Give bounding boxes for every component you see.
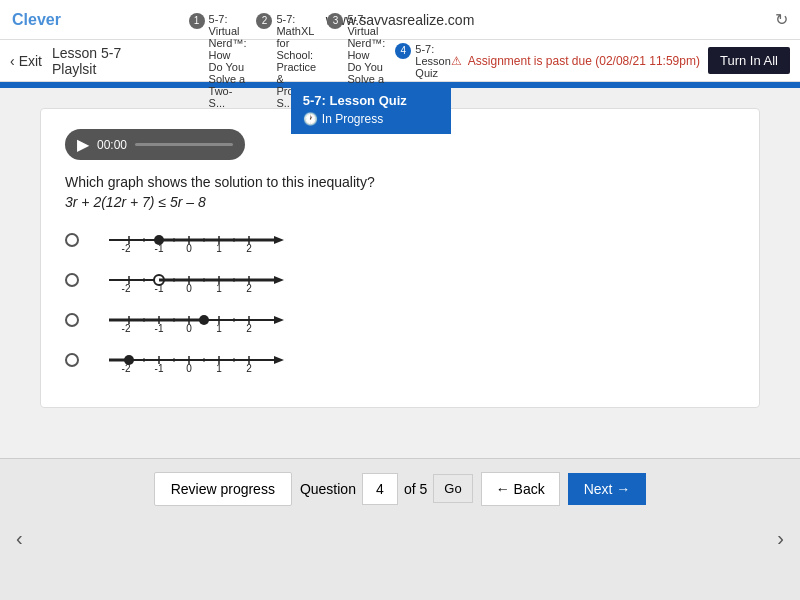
equation-text: 3r + 2(12r + 7) ≤ 5r – 8 <box>65 194 735 210</box>
svg-text:-1: -1 <box>155 323 164 334</box>
option-c-radio[interactable] <box>65 313 79 327</box>
nav-bar: ‹ Exit Lesson 5-7 Playlsit 1 5-7: Virtua… <box>0 40 800 82</box>
assignment-alert: ⚠ Assignment is past due (02/08/21 11:59… <box>451 54 700 68</box>
question-nav: Question of 5 Go <box>300 473 473 505</box>
question-total: of 5 <box>404 481 427 497</box>
svg-text:-1: -1 <box>155 243 164 254</box>
next-button[interactable]: Next → <box>568 473 647 505</box>
svg-marker-19 <box>274 276 284 284</box>
go-button[interactable]: Go <box>433 474 472 503</box>
svg-text:1: 1 <box>216 323 222 334</box>
main-content: ▶ 00:00 Which graph shows the solution t… <box>0 88 800 458</box>
playlist-title: Lesson 5-7 Playlsit <box>52 45 169 77</box>
svg-text:2: 2 <box>246 363 252 374</box>
svg-text:-2: -2 <box>122 323 131 334</box>
svg-text:1: 1 <box>216 283 222 294</box>
nav-item-3-num: 3 <box>327 13 343 29</box>
clock-icon: 🕐 <box>303 112 318 126</box>
nav-item-4-text: 5-7: Lesson Quiz <box>415 43 450 79</box>
time-display: 00:00 <box>97 138 127 152</box>
page-right-chevron[interactable]: › <box>777 527 784 550</box>
option-c-row[interactable]: -2 -1 0 1 2 <box>65 306 735 334</box>
page-bottom: ‹ › <box>0 518 800 558</box>
alert-icon: ⚠ <box>451 54 462 68</box>
svg-text:-2: -2 <box>122 243 131 254</box>
exit-button[interactable]: ‹ Exit <box>10 53 42 69</box>
back-arrow-icon: ‹ <box>10 53 15 69</box>
review-progress-button[interactable]: Review progress <box>154 472 292 506</box>
nav-item-1-num: 1 <box>189 13 205 29</box>
svg-text:0: 0 <box>186 243 192 254</box>
svg-text:1: 1 <box>216 363 222 374</box>
svg-text:1: 1 <box>216 243 222 254</box>
option-d-svg: -2 -1 0 1 2 <box>89 346 289 374</box>
back-button[interactable]: ← Back <box>481 472 560 506</box>
svg-marker-1 <box>274 236 284 244</box>
play-button[interactable]: ▶ <box>77 135 89 154</box>
nav-item-4[interactable]: 4 5-7: Lesson Quiz 5-7: Lesson Quiz 🕐 In… <box>395 43 450 79</box>
option-a-radio[interactable] <box>65 233 79 247</box>
svg-text:2: 2 <box>246 283 252 294</box>
nav-item-4-num: 4 <box>395 43 411 59</box>
option-d-radio[interactable] <box>65 353 79 367</box>
svg-text:2: 2 <box>246 323 252 334</box>
option-c-svg: -2 -1 0 1 2 <box>89 306 289 334</box>
question-number-input[interactable] <box>362 473 398 505</box>
option-c-number-line: -2 -1 0 1 2 <box>89 306 289 334</box>
nav-item-1-text: 5-7: Virtual Nerd™: How Do You Solve a T… <box>209 13 247 109</box>
nav-items-container: 1 5-7: Virtual Nerd™: How Do You Solve a… <box>189 13 790 109</box>
nav-item-2-num: 2 <box>256 13 272 29</box>
audio-player: ▶ 00:00 <box>65 129 245 160</box>
svg-text:-2: -2 <box>122 363 131 374</box>
svg-text:2: 2 <box>246 243 252 254</box>
alert-text: Assignment is past due (02/08/21 11:59pm… <box>468 54 700 68</box>
svg-marker-55 <box>274 356 284 364</box>
question-card: ▶ 00:00 Which graph shows the solution t… <box>40 108 760 408</box>
nav-item-1[interactable]: 1 5-7: Virtual Nerd™: How Do You Solve a… <box>189 13 247 109</box>
svg-text:-2: -2 <box>122 283 131 294</box>
option-a-number-line: -2 -1 0 1 2 <box>89 226 289 254</box>
option-a-row[interactable]: -2 -1 0 1 2 <box>65 226 735 254</box>
question-text: Which graph shows the solution to this i… <box>65 174 735 190</box>
option-b-svg: -2 -1 0 1 2 <box>89 266 289 294</box>
option-a-svg: -2 -1 0 1 2 <box>89 226 289 254</box>
dropdown-status: 🕐 In Progress <box>303 112 439 126</box>
option-b-row[interactable]: -2 -1 0 1 2 <box>65 266 735 294</box>
svg-text:-1: -1 <box>155 283 164 294</box>
option-b-radio[interactable] <box>65 273 79 287</box>
nav-item-4-dropdown: 5-7: Lesson Quiz 🕐 In Progress <box>291 85 451 134</box>
svg-text:0: 0 <box>186 283 192 294</box>
svg-text:-1: -1 <box>155 363 164 374</box>
clever-logo: Clever <box>12 11 61 29</box>
option-d-number-line: -2 -1 0 1 2 <box>89 346 289 374</box>
audio-progress-bar[interactable] <box>135 143 233 146</box>
option-b-number-line: -2 -1 0 1 2 <box>89 266 289 294</box>
exit-label: Exit <box>19 53 42 69</box>
svg-marker-37 <box>274 316 284 324</box>
turn-in-button[interactable]: Turn In All <box>708 47 790 74</box>
answer-options: -2 -1 0 1 2 <box>65 226 735 374</box>
svg-text:0: 0 <box>186 323 192 334</box>
dropdown-title: 5-7: Lesson Quiz <box>303 93 439 108</box>
svg-text:0: 0 <box>186 363 192 374</box>
option-d-row[interactable]: -2 -1 0 1 2 <box>65 346 735 374</box>
dropdown-status-text: In Progress <box>322 112 383 126</box>
bottom-bar: Review progress Question of 5 Go ← Back … <box>0 458 800 518</box>
question-label: Question <box>300 481 356 497</box>
page-left-chevron[interactable]: ‹ <box>16 527 23 550</box>
